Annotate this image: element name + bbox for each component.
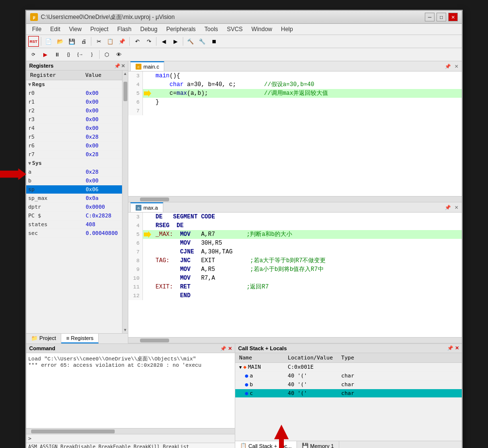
cs-pin-icon[interactable]: 📌: [447, 345, 453, 351]
editor-close-icon[interactable]: ✕: [453, 64, 460, 69]
cs-row-c[interactable]: ● c 40 '(' char: [235, 389, 462, 398]
cs-row-a[interactable]: ● a 40 '(' char: [235, 372, 462, 380]
tb-rst[interactable]: RST: [28, 36, 39, 47]
reg-r7[interactable]: r7 0x28: [26, 150, 122, 159]
mainc-hscrollbar[interactable]: [128, 196, 462, 202]
menu-project[interactable]: Project: [87, 25, 112, 34]
pin-icon[interactable]: 📌: [114, 63, 120, 69]
tab-registers[interactable]: ≡ Registers: [61, 334, 99, 343]
tb-undo[interactable]: ↶: [132, 36, 142, 47]
menu-view[interactable]: View: [65, 25, 86, 34]
editor-tab-bar-maxa: a max.a 📌 ✕: [128, 202, 462, 213]
cs-row-b[interactable]: ● b 40 '(' char: [235, 380, 462, 389]
tab-mainc[interactable]: c main.c: [130, 61, 164, 71]
tab-maxa[interactable]: a max.a: [130, 202, 163, 212]
cmd-line-2: *** error 65: access violation at C:0x28…: [28, 362, 233, 368]
reg-r5[interactable]: r5 0x28: [26, 133, 122, 142]
tb2-run[interactable]: ▶: [40, 49, 51, 60]
tb2-stepin[interactable]: {→: [75, 49, 86, 60]
callstack-title: Call Stack + Locals: [238, 345, 287, 351]
close-panel-icon[interactable]: ✕: [121, 63, 125, 69]
menu-tools[interactable]: Tools: [201, 25, 222, 34]
asm-line-7: 7 CJNE A,30H,TAG: [128, 248, 462, 256]
cs-var-b-type: char: [339, 381, 378, 388]
editor2-pin-icon[interactable]: 📌: [443, 205, 452, 210]
reg-sp[interactable]: sp 0x06: [26, 185, 122, 194]
code-editor-mainc[interactable]: 3 main(){ 4 char a=30, b=40, c; //假设a=30…: [128, 72, 462, 196]
cmd-hscrollbar[interactable]: [26, 428, 235, 434]
scroll-thumb[interactable]: [123, 82, 127, 101]
close-button[interactable]: ✕: [448, 13, 458, 21]
cmd-close-icon[interactable]: ✕: [228, 346, 232, 351]
cmd-line-1: Load "C:\\Users\\cmee0\\OneDrive\\桌面\\Ob…: [28, 355, 233, 362]
tb-open[interactable]: 📂: [55, 36, 66, 47]
command-input[interactable]: >: [26, 434, 235, 443]
tb-back[interactable]: ◀: [158, 36, 169, 47]
sep4: [156, 37, 157, 46]
cs-close-icon[interactable]: ✕: [455, 345, 459, 351]
reg-r1[interactable]: r1 0x00: [26, 98, 122, 107]
reg-sp-max-val: 0x0a: [84, 195, 122, 202]
editor2-close-icon[interactable]: ✕: [453, 205, 460, 210]
var-a-icon: ●: [245, 373, 248, 379]
tb2-step[interactable]: {}: [63, 49, 74, 60]
cs-row-main[interactable]: ▼ ◆ MAIN C:0x001E: [235, 363, 462, 372]
tb-build[interactable]: 🔨: [185, 36, 196, 47]
reg-r0[interactable]: r0 0x00: [26, 89, 122, 98]
memory-tab-icon: 💾: [302, 443, 309, 448]
tab-memory1[interactable]: 💾 Memory 1: [297, 441, 339, 448]
tb2-reset[interactable]: ⟳: [28, 49, 39, 60]
cmd-pin-icon[interactable]: 📌: [220, 346, 226, 351]
maximize-button[interactable]: □: [436, 13, 446, 21]
reg-sp-max[interactable]: sp_max 0x0a: [26, 194, 122, 203]
code-editor-maxa[interactable]: 3 DE SEGMENT CODE 4 RSEG DE 5: [128, 213, 462, 337]
tb2-bp[interactable]: ⬡: [102, 49, 112, 60]
sys-expand-icon[interactable]: ▼: [28, 161, 31, 166]
regs-group-row: ▼ Regs: [26, 80, 122, 89]
tb2-stop2[interactable]: ⏸: [52, 49, 62, 60]
tb-fwd[interactable]: ▶: [170, 36, 181, 47]
menu-edit[interactable]: Edit: [46, 25, 64, 34]
mainc-file-icon: c: [136, 64, 141, 70]
tb-save[interactable]: 💾: [67, 36, 77, 47]
scroll-down-arrow[interactable]: ▼: [123, 327, 127, 333]
menu-window[interactable]: Window: [247, 25, 276, 34]
tb-copy[interactable]: 📋: [105, 36, 116, 47]
reg-r4[interactable]: r4 0x00: [26, 124, 122, 133]
tb-redo[interactable]: ↷: [143, 36, 154, 47]
tb-new[interactable]: 📄: [43, 36, 54, 47]
tab-project[interactable]: 📁 Project: [26, 334, 61, 343]
reg-r3[interactable]: r3 0x00: [26, 115, 122, 124]
minimize-button[interactable]: ─: [425, 13, 435, 21]
menu-debug[interactable]: Debug: [137, 25, 161, 34]
reg-r2[interactable]: r2 0x00: [26, 107, 122, 115]
cs-var-a-type: char: [339, 372, 378, 379]
tb-stop[interactable]: ⏹: [209, 36, 219, 47]
tb2-watch[interactable]: 👁: [113, 49, 124, 60]
menu-file[interactable]: File: [28, 25, 45, 34]
sidebar-scrollbar[interactable]: ▲ ▼: [122, 71, 128, 333]
maxa-hscrollbar[interactable]: [128, 337, 462, 343]
tb-cut[interactable]: ✂: [93, 36, 104, 47]
reg-b[interactable]: b 0x00: [26, 177, 122, 185]
tb-print[interactable]: 🖨: [78, 36, 89, 47]
tb2-stepout[interactable]: }: [87, 49, 97, 60]
window-title: C:\Users\cmee0\OneDrive\桌面\mix.uvproj - …: [41, 13, 174, 21]
reg-states[interactable]: states 408: [26, 220, 122, 229]
asm-line-12: 12 END: [128, 291, 462, 300]
tb-paste[interactable]: 📌: [117, 36, 127, 47]
menu-peripherals[interactable]: Peripherals: [162, 25, 200, 34]
menu-help[interactable]: Help: [277, 25, 297, 34]
reg-dptr[interactable]: dptr 0x0000: [26, 203, 122, 212]
menu-svcs[interactable]: SVCS: [223, 25, 247, 34]
editor-pin-icon[interactable]: 📌: [443, 64, 452, 69]
menu-flash[interactable]: Flash: [113, 25, 135, 34]
reg-r1-val: 0x00: [84, 98, 122, 106]
reg-a[interactable]: a 0x28: [26, 168, 122, 177]
tb-rebuild[interactable]: 🔧: [197, 36, 208, 47]
reg-r6[interactable]: r6 0x00: [26, 142, 122, 150]
regs-expand-icon[interactable]: ▼: [28, 82, 31, 87]
scroll-up-arrow[interactable]: ▲: [123, 71, 127, 77]
reg-sec[interactable]: sec 0.00040800: [26, 229, 122, 238]
reg-pc[interactable]: PC $ C:0x2828: [26, 212, 122, 220]
